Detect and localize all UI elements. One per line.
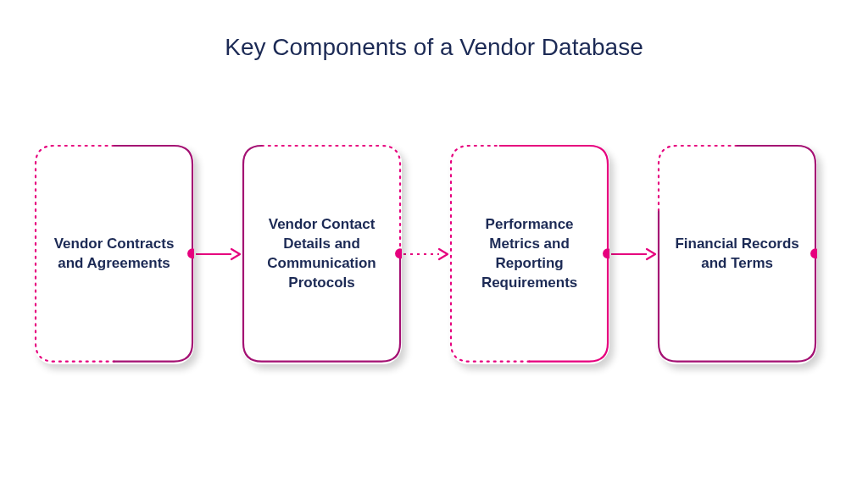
card-label: Vendor Contracts and Agreements [51, 235, 177, 274]
card-body: Vendor Contracts and Agreements [34, 144, 194, 364]
card-body: Vendor Contact Details and Communication… [242, 144, 402, 364]
card-label: Vendor Contact Details and Communication… [259, 215, 385, 293]
flow-arrow [609, 246, 657, 263]
card-body: Performance Metrics and Reporting Requir… [449, 144, 609, 364]
component-card: Vendor Contracts and Agreements [34, 144, 194, 364]
component-card: Financial Records and Terms [657, 144, 817, 364]
card-label: Financial Records and Terms [674, 235, 800, 274]
flow-arrow [194, 246, 242, 263]
card-label: Performance Metrics and Reporting Requir… [466, 215, 593, 293]
component-card: Performance Metrics and Reporting Requir… [449, 144, 609, 364]
card-body: Financial Records and Terms [657, 144, 817, 364]
diagram-row: Vendor Contracts and Agreements Vendor C… [34, 144, 834, 364]
flow-arrow [402, 246, 449, 263]
component-card: Vendor Contact Details and Communication… [242, 144, 402, 364]
diagram-title: Key Components of a Vendor Database [0, 34, 868, 61]
